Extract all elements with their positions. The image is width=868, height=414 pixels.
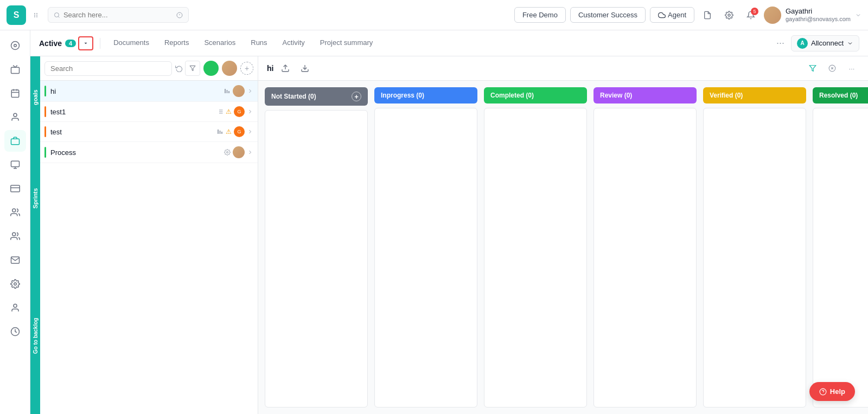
sprint-chevron-icon[interactable] [247, 149, 253, 156]
sprint-item-process[interactable]: Process [40, 142, 258, 163]
kanban-col-inprogress: Inprogress (0) [374, 87, 477, 407]
active-count-badge: 4 [65, 40, 76, 47]
kanban-close-btn[interactable] [825, 61, 840, 76]
sidebar-item-profile[interactable] [4, 297, 26, 319]
sprint-item-hi[interactable]: hi [40, 81, 258, 102]
sidebar-item-briefcase[interactable] [4, 130, 26, 152]
kanban-col-review: Review (0) [593, 87, 697, 407]
sidebar-item-tv[interactable] [4, 59, 26, 80]
tab-dropdown-button[interactable] [78, 36, 93, 50]
left-sidebar [0, 30, 30, 414]
agent-label: Agent [668, 11, 686, 19]
sidebar-item-mail[interactable] [4, 249, 26, 271]
search-input[interactable] [63, 11, 173, 19]
tab-more-btn[interactable]: ··· [776, 37, 784, 49]
help-circle-icon [819, 388, 827, 396]
user-name: Gayathri [786, 7, 851, 16]
header-actions: Free Demo Customer Success Agent 5 Gayat… [514, 7, 861, 24]
sprint-color-bar [44, 106, 46, 117]
sidebar-item-card[interactable] [4, 178, 26, 199]
sprint-chevron-icon[interactable] [247, 88, 253, 94]
vtab-sprints[interactable]: Sprints [30, 139, 40, 258]
svg-point-29 [14, 304, 17, 307]
kanban-col-verified: Verified (0) [703, 87, 806, 407]
sprint-chevron-icon[interactable] [247, 128, 253, 135]
tab-reports[interactable]: Reports [158, 30, 196, 56]
tab-runs[interactable]: Runs [244, 30, 273, 56]
kanban-columns: Not Started (0) + Inprogress (0) [258, 81, 868, 414]
svg-point-11 [728, 14, 730, 16]
customer-success-button[interactable]: Customer Success [570, 7, 646, 23]
svg-marker-31 [190, 66, 195, 71]
col-body-resolved [813, 108, 868, 407]
vtab-backlog[interactable]: Go to backlog [30, 258, 40, 414]
notification-icon-btn[interactable]: 5 [742, 7, 760, 24]
document-icon-btn[interactable] [699, 7, 716, 24]
undo-icon[interactable] [175, 64, 183, 72]
add-filter-btn[interactable]: + [240, 62, 253, 75]
svg-point-0 [34, 13, 35, 14]
sprint-actions [224, 85, 253, 97]
svg-rect-32 [225, 89, 226, 93]
filter-icon-btn[interactable] [185, 61, 200, 76]
tab-project-summary[interactable]: Project summary [314, 30, 380, 56]
col-header-review: Review (0) [593, 87, 697, 104]
workspace-button[interactable]: A Allconnect [791, 35, 859, 51]
sprint-item-test1[interactable]: test1 ⚠ G [40, 102, 258, 122]
sidebar-item-clock[interactable] [4, 321, 26, 342]
svg-rect-20 [11, 139, 19, 145]
sidebar-item-team[interactable] [4, 202, 26, 223]
sprint-search-input[interactable] [44, 61, 172, 76]
global-search-bar[interactable] [48, 7, 189, 23]
vtab-goals[interactable]: goals [30, 56, 40, 139]
col-body-completed [484, 108, 587, 407]
sidebar-item-calendar[interactable] [4, 82, 26, 104]
kanban-more-btn[interactable]: ··· [844, 61, 859, 76]
sidebar-item-monitor[interactable] [4, 154, 26, 176]
user-filter-avatar[interactable] [222, 61, 237, 76]
sidebar-item-user[interactable] [4, 106, 26, 128]
tab-activity[interactable]: Activity [276, 30, 311, 56]
sprint-list: hi test1 ⚠ G [30, 81, 258, 414]
help-button[interactable]: Help [809, 382, 855, 401]
svg-point-44 [227, 152, 228, 153]
svg-point-5 [36, 16, 37, 17]
svg-point-2 [34, 16, 35, 17]
search-icon [54, 11, 60, 19]
content-area: Active 4 Documents Reports Scenarios Run… [30, 30, 868, 414]
svg-point-27 [12, 232, 15, 236]
svg-rect-14 [11, 67, 19, 73]
free-demo-button[interactable]: Free Demo [514, 7, 566, 23]
user-profile[interactable]: Gayathri gayathri@snovasys.com [764, 7, 861, 24]
svg-rect-15 [11, 90, 19, 98]
sprint-bars-icon [217, 128, 224, 135]
kanban-col-completed: Completed (0) [484, 87, 587, 407]
settings-icon-btn[interactable] [720, 7, 738, 24]
sprint-user-avatar [233, 85, 245, 97]
user-details: Gayathri gayathri@snovasys.com [786, 7, 851, 23]
upload-icon-btn[interactable] [278, 61, 293, 76]
col-label-not-started: Not Started (0) [271, 93, 316, 100]
col-body-inprogress [374, 108, 477, 407]
kanban-sprint-title: hi [267, 64, 273, 73]
sprint-chevron-icon[interactable] [247, 108, 253, 115]
sprint-item-test[interactable]: test ⚠ G [40, 122, 258, 142]
col-body-review [593, 108, 697, 407]
svg-point-12 [11, 42, 19, 50]
svg-point-13 [14, 44, 16, 47]
agent-button[interactable]: Agent [650, 7, 694, 23]
collapse-sidebar-btn[interactable] [30, 9, 43, 22]
svg-point-19 [14, 113, 17, 117]
col-add-btn-not-started[interactable]: + [352, 92, 361, 101]
sidebar-item-group[interactable] [4, 225, 26, 247]
tab-documents[interactable]: Documents [107, 30, 156, 56]
svg-point-26 [12, 209, 15, 212]
tab-scenarios[interactable]: Scenarios [197, 30, 242, 56]
sprint-name: hi [50, 87, 224, 95]
kanban-filter-btn[interactable] [805, 61, 820, 76]
sidebar-item-circle[interactable] [4, 35, 26, 56]
sidebar-item-settings[interactable] [4, 273, 26, 295]
sprint-name: Process [50, 148, 224, 157]
download-icon-btn[interactable] [297, 61, 312, 76]
svg-marker-47 [809, 66, 816, 72]
